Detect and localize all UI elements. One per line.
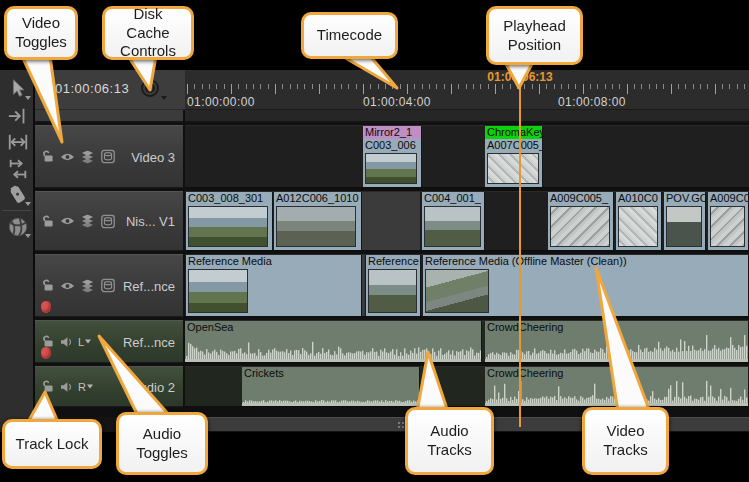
master-timecode-box: 01:00:06:13 [35, 70, 185, 110]
speaker-icon[interactable] [59, 334, 74, 349]
clip-crowdcheering[interactable]: CrowdCheering [485, 367, 749, 406]
timeline-header-bar: 01:00:06:13 01:00:06:13 01:00:00:0001:00… [35, 70, 749, 110]
clip-a009c0[interactable]: A009C0 [708, 192, 749, 250]
disk-cache-track-icon[interactable] [100, 278, 115, 293]
track-row-nisv1: Nis... V1C003_008_301A012C006_1010C004_0… [35, 191, 749, 251]
disk-cache-track-icon[interactable] [100, 214, 115, 229]
clip-crowdcheering[interactable]: CrowdCheering [485, 321, 749, 362]
layers-icon[interactable] [80, 149, 95, 164]
clip-thumbnail [188, 206, 268, 247]
clip-a012c0061010[interactable]: A012C006_1010 [274, 192, 362, 250]
chevron-down-icon [87, 385, 93, 389]
track-header: Nis... V1 [35, 191, 183, 251]
timeline-ruler[interactable]: 01:00:06:13 01:00:00:0001:00:04:0001:00:… [185, 70, 749, 110]
clip-c003008301[interactable]: C003_008_301 [186, 192, 273, 250]
tool-palette [0, 70, 35, 432]
clip-referencemedia[interactable]: Reference Media [186, 255, 362, 316]
clip-name: A009C0 [708, 192, 748, 205]
callout-track-lock: Track Lock [2, 419, 102, 469]
offline-media-badge-icon [41, 301, 51, 313]
track-label[interactable]: Ref...nce [123, 278, 175, 293]
clip-name: A009C005_ [548, 192, 613, 205]
track-lock-icon[interactable] [40, 149, 55, 164]
track-lane[interactable]: CricketsCrowdCheering [185, 366, 749, 407]
layers-icon[interactable] [80, 214, 95, 229]
video-monitor-eye-icon[interactable] [60, 214, 75, 229]
clip-crickets[interactable]: Crickets [242, 367, 420, 406]
track-lane[interactable]: Mirror2_1C003_006ChromaKeyeA007C005_ [185, 125, 749, 188]
clip-thumbnail [618, 206, 658, 247]
selection-tool-icon[interactable] [4, 76, 31, 101]
track-lock-icon[interactable] [40, 278, 55, 293]
audio-waveform [485, 381, 749, 406]
clip-referencemediaofflinemasterclean[interactable]: Reference Media (Offline Master (Clean)) [423, 255, 749, 316]
video-monitor-eye-icon[interactable] [60, 278, 75, 293]
track-label[interactable]: Audio 2 [131, 379, 175, 394]
track-lock-icon[interactable] [40, 214, 55, 229]
clip-name: C004_001_ [422, 192, 484, 205]
callout-audio-tracks: Audio Tracks [405, 407, 494, 475]
track-lane[interactable]: OpenSeaCrowdCheering [185, 320, 749, 363]
empty-track-lane-strip [185, 110, 749, 123]
clip-a007c005[interactable]: ChromaKeyeA007C005_ [485, 126, 543, 187]
speaker-icon[interactable] [59, 379, 74, 394]
clip-thumbnail [188, 269, 248, 313]
clip-a009c005[interactable]: A009C005_ [548, 192, 614, 250]
chevron-down-icon [25, 96, 31, 100]
audio-waveform [242, 381, 420, 406]
track-label[interactable]: Video 3 [131, 149, 175, 164]
clip-povgo[interactable]: POV.GO [664, 192, 706, 250]
master-timecode[interactable]: 01:00:06:13 [55, 81, 129, 96]
track-label[interactable]: Nis... V1 [126, 214, 175, 229]
track-header: LRef...nce [35, 320, 183, 363]
track-toggles [40, 149, 115, 164]
clip-name: CrowdCheering [485, 367, 748, 380]
ruler-labels: 01:00:00:0001:00:04:0001:00:08:00 [185, 95, 749, 109]
chevron-down-icon [25, 202, 31, 206]
globe-tool-icon[interactable] [4, 214, 31, 239]
disk-cache-track-icon[interactable] [100, 149, 115, 164]
clip-thumbnail [666, 206, 702, 247]
track-row-refnce: LRef...nceOpenSeaCrowdCheering [35, 320, 749, 363]
callout-disk-cache-controls: Disk Cache Controls [102, 6, 194, 60]
callout-audio-toggles: Audio Toggles [116, 412, 208, 475]
clip-name: Reference [366, 255, 420, 268]
clip-thumbnail [710, 206, 745, 247]
track-lane[interactable]: C003_008_301A012C006_1010C004_001_A009C0… [185, 191, 749, 251]
clip-reference[interactable]: Reference [366, 255, 421, 316]
clip-thumbnail [276, 206, 356, 247]
clip-name: A010C0 [616, 192, 661, 205]
track-toggles [40, 278, 115, 293]
track-header: RAudio 2 [35, 366, 183, 407]
audio-waveform [485, 335, 749, 362]
clip-opensea[interactable]: OpenSea [185, 321, 482, 362]
tracks-area: Video 3Mirror2_1C003_006ChromaKeyeA007C0… [35, 110, 749, 417]
extend-tool-icon[interactable] [4, 104, 31, 129]
trim-tool-icon[interactable] [4, 130, 31, 155]
timeline-window: 01:00:06:13 01:00:06:13 01:00:00:0001:00… [0, 70, 749, 432]
clip-name: OpenSea [185, 321, 481, 334]
track-lane[interactable]: Reference MediaReferenceReference Media … [185, 254, 749, 317]
clip-name: Reference Media (Offline Master (Clean)) [423, 255, 748, 268]
track-toggles: R [40, 379, 93, 394]
callout-timecode: Timecode [301, 12, 398, 59]
playhead[interactable] [519, 82, 521, 427]
toolbar-divider [3, 210, 31, 211]
clip-thumbnail [368, 269, 417, 313]
clip-c003006[interactable]: Mirror2_1C003_006 [363, 126, 422, 187]
audio-channel-toggle[interactable]: R [78, 381, 93, 393]
clip-name: Reference Media [186, 255, 361, 268]
razor-tool-icon[interactable] [4, 182, 31, 207]
track-label[interactable]: Ref...nce [123, 334, 175, 349]
clip-effect-name: ChromaKeye [485, 126, 542, 139]
layers-icon[interactable] [80, 278, 95, 293]
empty-track-header-strip [35, 110, 183, 123]
audio-channel-toggle[interactable]: L [78, 336, 91, 348]
track-lock-icon[interactable] [40, 379, 55, 394]
video-monitor-eye-icon[interactable] [60, 149, 75, 164]
disk-cache-icon[interactable] [140, 78, 162, 100]
clip-c004001[interactable]: C004_001_ [422, 192, 485, 250]
slip-slide-tool-icon[interactable] [4, 156, 31, 181]
chevron-down-icon [85, 340, 91, 344]
clip-a010c0[interactable]: A010C0 [616, 192, 662, 250]
